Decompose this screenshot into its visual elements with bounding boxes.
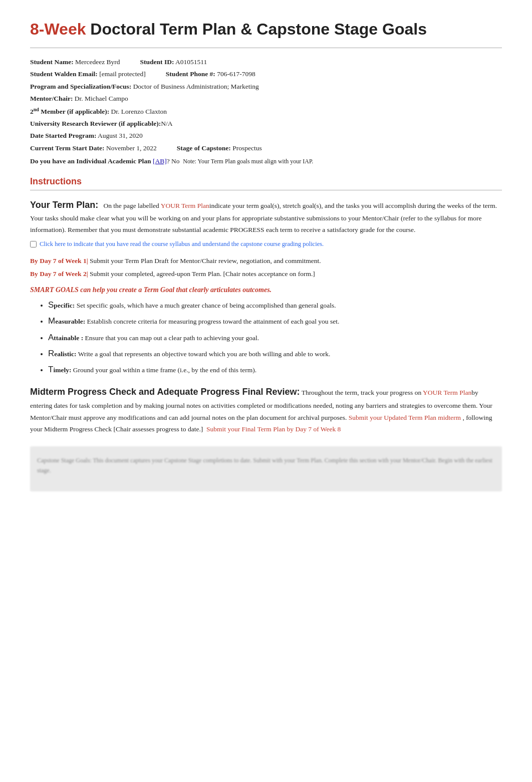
- deadlines-block: By Day 7 of Week 1| Submit your Term Pla…: [30, 254, 502, 280]
- smart-text: Establish concrete criteria for measurin…: [85, 318, 339, 325]
- smart-list-item: Measurable: Establish concrete criteria …: [48, 313, 502, 329]
- your-term-plan-link2[interactable]: YOUR Term Plan: [423, 389, 471, 396]
- submit-updated-link[interactable]: Submit your Updated Term Plan midterm: [349, 414, 461, 421]
- smart-list-item: Attainable : Ensure that you can map out…: [48, 330, 502, 346]
- deadline-2: By Day 7 of Week 2| Submit your complete…: [30, 268, 502, 281]
- member2-field: 2nd Member (if applicable): Dr. Lorenzo …: [30, 105, 167, 118]
- title-divider: [30, 48, 502, 48]
- blurred-section: Capstone Stage Goals: This document capt…: [30, 446, 502, 491]
- capstone-stage-field: Stage of Capstone: Prospectus: [177, 142, 262, 154]
- smart-list-item: Timely: Ground your goal within a time f…: [48, 362, 502, 378]
- deadline-1: By Day 7 of Week 1| Submit your Term Pla…: [30, 254, 502, 268]
- smart-letter: S: [48, 300, 54, 310]
- deadline-2-text: Submit your completed, agreed-upon Term …: [88, 270, 315, 278]
- term-plan-intro: On the page labelled YOUR Term Planindic…: [30, 202, 497, 233]
- smart-goals-list: Specific: Set specific goals, which have…: [48, 297, 502, 378]
- smart-label: ttainable :: [54, 334, 83, 342]
- smart-label: pecific:: [54, 302, 75, 309]
- reviewer-field: University Research Reviewer (if applica…: [30, 118, 172, 130]
- smart-letter: A: [48, 333, 54, 342]
- term-plan-heading: Your Term Plan:: [30, 200, 98, 210]
- midterm-block: Midterm Progress Check and Adequate Prog…: [30, 384, 502, 435]
- deadline-1-label: By Day 7 of Week 1|: [30, 257, 88, 265]
- smart-letter: T: [48, 365, 53, 374]
- term-plan-block: Your Term Plan: On the page labelled YOU…: [30, 197, 502, 249]
- smart-text: Ensure that you can map out a clear path…: [83, 334, 259, 342]
- smart-list-item: Specific: Set specific goals, which have…: [48, 297, 502, 313]
- student-id-field: Student ID: A01051511: [140, 56, 207, 68]
- student-info-block: Student Name: Mercedeez Byrd Student ID:…: [30, 56, 502, 167]
- submit-final-link[interactable]: Submit your Final Term Plan by Day 7 of …: [206, 425, 341, 433]
- smart-goals-heading: SMART GOALS can help you create a Term G…: [30, 286, 502, 294]
- student-name-field: Student Name: Mercedeez Byrd: [30, 56, 120, 68]
- your-term-plan-link1[interactable]: YOUR Term Plan: [161, 202, 209, 209]
- iap-link[interactable]: [AB]: [153, 157, 167, 165]
- syllabus-checkbox[interactable]: [30, 241, 37, 247]
- syllabus-checkbox-line: Click here to indicate that you have rea…: [30, 239, 502, 249]
- iap-field: Do you have an Individual Academic Plan …: [30, 155, 313, 167]
- title-rest: Doctoral Term Plan & Capstone Stage Goal…: [86, 20, 426, 38]
- deadline-1-text: Submit your Term Plan Draft for Mentor/C…: [88, 257, 321, 265]
- program-field: Program and Specialization/Focus: Doctor…: [30, 81, 259, 93]
- smart-text: Set specific goals, which have a much gr…: [75, 302, 336, 309]
- student-email-field: Student Walden Email: [email protected]: [30, 68, 146, 80]
- smart-label: imely:: [53, 366, 71, 374]
- student-phone-field: Student Phone #: 706-617-7098: [166, 68, 255, 80]
- smart-label: easurable:: [55, 318, 85, 325]
- mentor-field: Mentor/Chair: Dr. Michael Campo: [30, 93, 128, 105]
- term-start-field: Current Term Start Date: November 1, 202…: [30, 142, 157, 154]
- midterm-heading: Midterm Progress Check and Adequate Prog…: [30, 387, 300, 397]
- page-title: 8-Week Doctoral Term Plan & Capstone Sta…: [30, 20, 502, 39]
- date-started-field: Date Started Program: August 31, 2020: [30, 130, 143, 142]
- title-highlight: 8-Week: [30, 20, 86, 38]
- smart-text: Ground your goal within a time frame (i.…: [71, 366, 256, 374]
- syllabus-checkbox-label: Click here to indicate that you have rea…: [40, 239, 324, 249]
- smart-letter: M: [48, 316, 55, 326]
- instructions-heading: Instructions: [30, 176, 502, 187]
- instructions-divider: [30, 190, 502, 190]
- smart-label: ealistic:: [54, 350, 76, 358]
- deadline-2-label: By Day 7 of Week 2|: [30, 270, 88, 278]
- smart-text: Write a goal that represents an objectiv…: [77, 350, 331, 358]
- smart-letter: R: [48, 349, 54, 358]
- smart-list-item: Realistic: Write a goal that represents …: [48, 346, 502, 362]
